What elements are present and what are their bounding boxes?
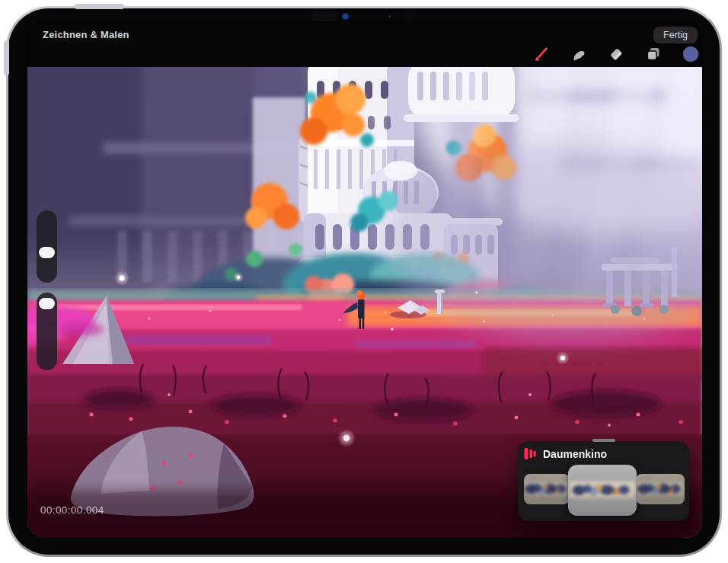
timecode-label: 00:00:00.004: [40, 504, 104, 516]
brush-icon: [533, 46, 550, 62]
top-toolbar: Zeichnen & Malen Fertig: [27, 21, 702, 67]
layers-icon: [645, 46, 662, 62]
power-button: [75, 4, 124, 9]
frame-thumbnail[interactable]: [636, 474, 685, 504]
color-swatch-button[interactable]: [682, 46, 699, 62]
brush-size-slider-handle[interactable]: [39, 247, 55, 258]
flipbook-icon: [524, 447, 536, 460]
eraser-icon: [608, 46, 624, 62]
flipbook-title: Daumenkino: [543, 448, 607, 460]
brush-opacity-slider-handle[interactable]: [39, 298, 55, 309]
front-camera-icon: [343, 14, 348, 19]
smudge-tool-button[interactable]: [570, 46, 587, 62]
camera-module: [311, 11, 338, 21]
ipad-device-frame: Zeichnen & Malen Fertig: [6, 6, 722, 557]
eraser-tool-button[interactable]: [608, 46, 624, 62]
frame-thumbnail-selected[interactable]: [568, 465, 637, 516]
frame-preview-image: [525, 482, 568, 495]
brush-size-slider[interactable]: [37, 210, 57, 283]
drag-handle[interactable]: [592, 439, 615, 442]
frame-preview-image: [570, 481, 635, 498]
screenshot-root: Zeichnen & Malen Fertig: [0, 0, 728, 563]
brush-opacity-slider[interactable]: [37, 293, 57, 370]
ipad-screen: Zeichnen & Malen Fertig: [27, 21, 702, 538]
frame-preview-image: [637, 482, 683, 495]
ambient-sensor-icon: [388, 15, 391, 18]
brush-tool-button[interactable]: [533, 46, 550, 62]
flipbook-panel: Daumenkino: [518, 441, 689, 521]
frame-thumbnail[interactable]: [524, 474, 570, 504]
tool-row: [533, 46, 699, 62]
flipbook-header: Daumenkino: [524, 447, 607, 460]
done-button[interactable]: Fertig: [653, 27, 698, 43]
volume-button: [4, 40, 9, 75]
document-title: Zeichnen & Malen: [43, 29, 129, 40]
color-swatch-icon: [682, 46, 699, 62]
smudge-icon: [570, 46, 587, 62]
layers-button[interactable]: [645, 46, 662, 62]
